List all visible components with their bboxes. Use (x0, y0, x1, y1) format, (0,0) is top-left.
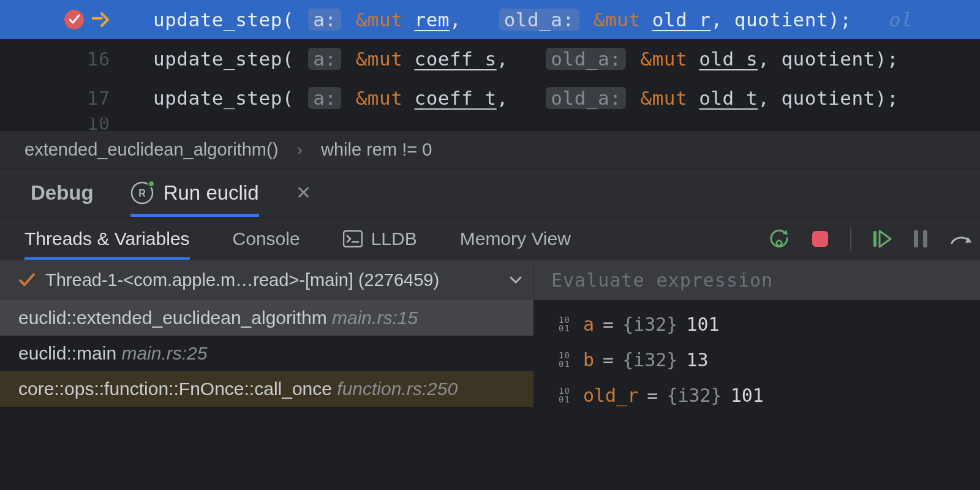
rust-icon: R (130, 181, 154, 205)
gutter (0, 0, 129, 39)
terminal-icon (343, 230, 363, 247)
code-line: 10 (0, 118, 980, 131)
tab-run-config[interactable]: R Run euclid (130, 168, 259, 217)
step-over-icon[interactable] (949, 230, 974, 248)
debug-tool-tabs: Threads & Variables Console LLDB Memory … (0, 217, 980, 260)
rerun-debug-icon[interactable] (768, 228, 790, 250)
tab-memory-view[interactable]: Memory View (460, 228, 571, 249)
variable-row[interactable]: 1001 b = {i32} 13 (559, 342, 980, 377)
variables-list: 1001 a = {i32} 101 1001 b = {i32} 13 100… (534, 300, 980, 429)
primitive-icon: 1001 (559, 386, 575, 404)
stack-frame[interactable]: core::ops::function::FnOnce::call_once f… (0, 371, 533, 407)
svg-rect-7 (914, 230, 918, 247)
chevron-right-icon: › (296, 140, 303, 160)
primitive-icon: 1001 (559, 351, 575, 368)
breadcrumb[interactable]: extended_euclidean_algorithm() › while r… (0, 131, 980, 168)
stack-frame[interactable]: euclid::main main.rs:25 (0, 336, 533, 371)
thread-selector[interactable]: Thread-1-<com.apple.m…read>-[main] (2276… (0, 260, 534, 300)
breadcrumb-item[interactable]: while rem != 0 (321, 140, 432, 160)
breakpoint-icon[interactable] (64, 9, 85, 30)
code-line[interactable]: 16 update_step( a: &mut coeff_s, old_a: … (0, 39, 980, 78)
svg-rect-3 (344, 231, 362, 247)
evaluate-expression-input[interactable]: Evaluate expression (534, 260, 980, 300)
tab-console[interactable]: Console (233, 228, 300, 249)
tab-lldb[interactable]: LLDB (343, 228, 417, 249)
frames-list: euclid::extended_euclidean_algorithm mai… (0, 300, 534, 429)
pause-icon[interactable] (913, 229, 929, 249)
editor-area: update_step( a: &mut rem, old_a: &mut ol… (0, 0, 980, 131)
tab-debug[interactable]: Debug (31, 168, 94, 217)
line-number: 17 (87, 88, 110, 109)
svg-point-0 (64, 10, 84, 29)
svg-point-4 (777, 241, 782, 246)
resume-icon[interactable] (872, 228, 892, 249)
variable-row[interactable]: 1001 a = {i32} 101 (559, 306, 980, 342)
primitive-icon: 1001 (559, 315, 575, 333)
svg-rect-8 (923, 230, 927, 247)
code-line-current[interactable]: update_step( a: &mut rem, old_a: &mut ol… (0, 0, 980, 39)
svg-rect-5 (812, 231, 828, 247)
line-number: 16 (87, 48, 110, 70)
tab-threads-variables[interactable]: Threads & Variables (24, 217, 190, 260)
svg-rect-6 (873, 231, 876, 247)
close-icon[interactable]: ✕ (296, 182, 311, 203)
breadcrumb-item[interactable]: extended_euclidean_algorithm() (24, 140, 278, 160)
execution-pointer-icon (92, 12, 110, 27)
variable-row[interactable]: 1001 old_r = {i32} 101 (559, 377, 980, 413)
code-text[interactable]: update_step( a: &mut rem, old_a: &mut ol… (129, 9, 980, 31)
stack-frame[interactable]: euclid::extended_euclidean_algorithm mai… (0, 300, 533, 336)
separator (850, 227, 851, 251)
chevron-down-icon (509, 276, 522, 284)
check-icon (18, 273, 36, 287)
debug-panel-tabs: Debug R Run euclid ✕ (0, 168, 980, 217)
code-line[interactable]: 17 update_step( a: &mut coeff_t, old_a: … (0, 78, 980, 118)
svg-text:R: R (138, 188, 146, 198)
stop-icon[interactable] (811, 230, 829, 248)
